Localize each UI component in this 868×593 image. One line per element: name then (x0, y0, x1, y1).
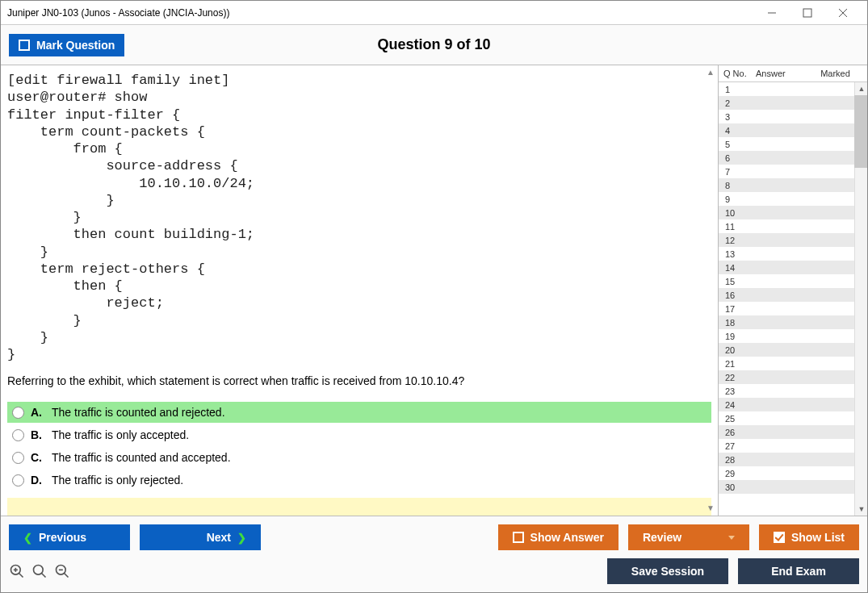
question-row[interactable]: 1 (719, 82, 867, 96)
question-number: 11 (725, 222, 749, 232)
question-row[interactable]: 25 (719, 411, 867, 425)
question-number: 7 (725, 167, 749, 177)
choice-b[interactable]: B.The traffic is only accepted. (7, 424, 711, 445)
side-scroll-thumb[interactable] (854, 95, 867, 168)
question-row[interactable]: 30 (719, 480, 867, 494)
question-row[interactable]: 7 (719, 165, 867, 178)
choices-list: A.The traffic is counted and rejected.B.… (7, 402, 711, 492)
zoom-out-icon[interactable] (54, 563, 70, 579)
close-button[interactable] (825, 2, 861, 24)
question-row[interactable]: 14 (719, 261, 867, 274)
exhibit-code: [edit firewall family inet] user@router#… (7, 72, 711, 363)
question-number: 1 (725, 85, 749, 94)
question-number: 18 (725, 318, 749, 328)
review-button[interactable]: Review (628, 524, 749, 550)
question-number: 20 (725, 345, 749, 355)
mark-question-button[interactable]: Mark Question (9, 34, 124, 56)
question-number: 27 (725, 441, 749, 451)
question-row[interactable]: 20 (719, 343, 867, 357)
question-number: 14 (725, 263, 749, 273)
question-number: 2 (725, 98, 749, 108)
zoom-in-icon[interactable] (9, 563, 25, 579)
radio-icon (12, 407, 24, 419)
radio-icon (12, 452, 24, 464)
question-row[interactable]: 12 (719, 233, 867, 247)
svg-rect-1 (803, 9, 811, 17)
show-list-button[interactable]: Show List (759, 524, 859, 550)
minimize-button[interactable] (754, 2, 790, 24)
question-number: 26 (725, 428, 749, 437)
question-row[interactable]: 3 (719, 110, 867, 123)
question-row[interactable]: 17 (719, 302, 867, 315)
question-row[interactable]: 15 (719, 274, 867, 288)
question-list-header: Q No. Answer Marked (719, 65, 867, 82)
app-window: Juniper JN0-103 (Junos - Associate (JNCI… (0, 0, 868, 593)
body: ▲ [edit firewall family inet] user@route… (1, 65, 867, 516)
question-row[interactable]: 8 (719, 178, 867, 192)
question-row[interactable]: 5 (719, 137, 867, 151)
choice-text: The traffic is only accepted. (52, 428, 189, 441)
question-row[interactable]: 19 (719, 329, 867, 343)
question-number: 8 (725, 181, 749, 190)
question-row[interactable]: 23 (719, 384, 867, 398)
choice-letter: A. (31, 406, 42, 419)
question-row[interactable]: 6 (719, 151, 867, 165)
show-answer-label: Show Answer (530, 531, 604, 544)
zoom-controls (9, 563, 70, 579)
question-row[interactable]: 2 (719, 96, 867, 110)
question-number: 5 (725, 140, 749, 149)
side-scrollbar[interactable]: ▲ ▼ (854, 82, 867, 516)
question-row[interactable]: 24 (719, 398, 867, 411)
scroll-up-arrow[interactable]: ▲ (705, 67, 716, 78)
col-qno: Q No. (723, 69, 756, 78)
save-session-button[interactable]: Save Session (607, 558, 728, 584)
question-row[interactable]: 21 (719, 357, 867, 370)
show-answer-button[interactable]: Show Answer (498, 524, 619, 550)
question-number: 3 (725, 112, 749, 122)
svg-line-11 (65, 574, 69, 578)
end-exam-button[interactable]: End Exam (738, 558, 859, 584)
question-row[interactable]: 16 (719, 288, 867, 302)
question-area: ▲ [edit firewall family inet] user@route… (1, 65, 718, 516)
question-row[interactable]: 26 (719, 425, 867, 439)
zoom-reset-icon[interactable] (31, 563, 48, 579)
radio-icon (12, 474, 24, 487)
question-row[interactable]: 11 (719, 219, 867, 233)
next-button[interactable]: Next ❯ (140, 524, 261, 550)
question-number: 13 (725, 249, 749, 259)
footer-row-2: Save Session End Exam (9, 558, 859, 584)
question-number: 23 (725, 386, 749, 396)
question-row[interactable]: 28 (719, 453, 867, 466)
choice-a[interactable]: A.The traffic is counted and rejected. (7, 402, 711, 423)
choice-d[interactable]: D.The traffic is only rejected. (7, 470, 711, 491)
mark-question-label: Mark Question (36, 39, 115, 52)
previous-button[interactable]: ❮ Previous (9, 524, 130, 550)
review-label: Review (643, 531, 681, 544)
hint-strip (7, 498, 711, 516)
chevron-right-icon: ❯ (237, 532, 246, 544)
show-answer-checkbox-icon (513, 532, 524, 543)
choice-text: The traffic is only rejected. (52, 474, 183, 487)
next-label: Next (207, 531, 231, 544)
svg-point-8 (34, 566, 44, 575)
question-row[interactable]: 18 (719, 315, 867, 329)
question-row[interactable]: 4 (719, 123, 867, 137)
maximize-button[interactable] (790, 2, 825, 24)
question-row[interactable]: 29 (719, 466, 867, 480)
question-row[interactable]: 9 (719, 192, 867, 206)
scroll-down-arrow[interactable]: ▼ (705, 503, 716, 514)
question-number: 28 (725, 455, 749, 465)
question-row[interactable]: 10 (719, 206, 867, 219)
titlebar: Juniper JN0-103 (Junos - Associate (JNCI… (1, 1, 867, 25)
question-number: 30 (725, 482, 749, 492)
radio-icon (12, 429, 24, 441)
show-list-label: Show List (791, 531, 845, 544)
side-scroll-down-icon[interactable]: ▼ (855, 503, 867, 516)
question-row[interactable]: 22 (719, 370, 867, 384)
question-number: 21 (725, 359, 749, 369)
choice-c[interactable]: C.The traffic is counted and accepted. (7, 447, 711, 468)
side-scroll-up-icon[interactable]: ▲ (855, 82, 867, 95)
question-row[interactable]: 27 (719, 439, 867, 453)
question-number: 10 (725, 208, 749, 218)
question-row[interactable]: 13 (719, 247, 867, 261)
